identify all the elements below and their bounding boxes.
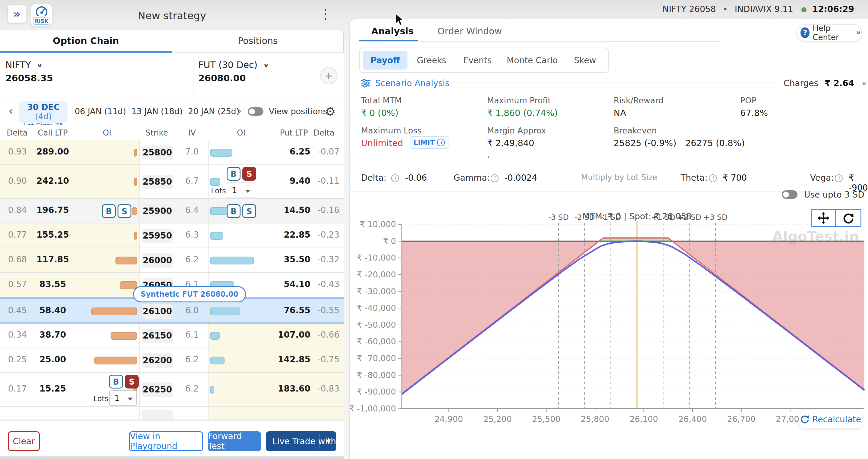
put-ltp[interactable]: 9.40 bbox=[265, 176, 310, 186]
option-row[interactable] bbox=[0, 406, 344, 420]
call-ltp[interactable]: 242.10 bbox=[32, 176, 74, 186]
charges[interactable]: Charges ₹ 2.64 ∨ bbox=[784, 78, 867, 88]
expiry-tab[interactable]: 06 JAN (11d) bbox=[75, 107, 126, 116]
limit-chip[interactable]: LIMIT i bbox=[410, 136, 448, 149]
put-ltp[interactable]: 35.50 bbox=[265, 255, 310, 264]
strike-chip[interactable]: 26100 bbox=[142, 304, 173, 319]
strike-chip[interactable]: 26000 bbox=[142, 253, 173, 268]
call-buy-chip[interactable]: B bbox=[102, 204, 116, 218]
option-row[interactable]: 0.2525.00262006.2142.85-0.75 bbox=[0, 348, 344, 373]
subtab-payoff[interactable]: Payoff bbox=[363, 51, 407, 70]
use-3sd-label: Use upto 3 SD bbox=[804, 190, 864, 200]
divider bbox=[139, 224, 140, 248]
call-ltp[interactable]: 25.00 bbox=[32, 355, 74, 364]
info-icon[interactable]: i bbox=[391, 173, 399, 183]
add-instrument-button[interactable]: + bbox=[320, 67, 338, 84]
info-icon[interactable]: i bbox=[709, 173, 717, 183]
put-ltp[interactable]: 14.50 bbox=[265, 205, 310, 215]
next-expiry-icon[interactable]: › bbox=[237, 105, 242, 117]
call-sell-chip[interactable]: S bbox=[118, 204, 131, 218]
option-row[interactable]: 0.77155.25259506.322.85-0.23 bbox=[0, 224, 344, 248]
put-ltp[interactable]: 6.25 bbox=[265, 147, 310, 157]
symbol-select[interactable]: NIFTY ∨ bbox=[5, 60, 42, 70]
call-oi-bar bbox=[132, 207, 137, 215]
option-row[interactable]: 0.84196.75259006.414.50-0.16BSBS bbox=[0, 199, 344, 224]
strike-chip[interactable]: 25850 bbox=[142, 175, 173, 189]
info-icon[interactable]: i bbox=[835, 173, 843, 183]
put-ltp[interactable]: 22.85 bbox=[265, 230, 310, 240]
strike-chip[interactable]: 26250 bbox=[142, 383, 173, 397]
call-ltp[interactable]: 15.25 bbox=[32, 384, 74, 394]
scenario-analysis-link[interactable]: Scenario Analysis bbox=[361, 78, 450, 88]
call-ltp[interactable]: 196.75 bbox=[32, 205, 74, 215]
tab-positions[interactable]: Positions bbox=[172, 29, 344, 53]
put-ltp[interactable]: 183.60 bbox=[265, 384, 310, 394]
strategy-menu-icon[interactable]: ⋮ bbox=[319, 7, 332, 21]
info-icon[interactable]: i bbox=[491, 173, 498, 183]
reset-chart-button[interactable] bbox=[836, 209, 861, 227]
call-oi-bar bbox=[116, 257, 137, 264]
call-ltp[interactable]: 58.40 bbox=[32, 305, 74, 315]
future-select[interactable]: FUT (30 Dec) ∨ bbox=[198, 60, 269, 70]
call-ltp[interactable]: 289.00 bbox=[32, 147, 74, 157]
tab-order-window[interactable]: Order Window bbox=[438, 26, 502, 36]
call-buy-chip[interactable]: B bbox=[109, 375, 123, 389]
expiry-tab-active[interactable]: 30 DEC (4d) Lot Size: 75 bbox=[19, 101, 67, 123]
y-tick-label: ₹ -60,000 bbox=[357, 337, 396, 346]
call-ltp[interactable]: 83.55 bbox=[32, 279, 74, 289]
put-sell-chip[interactable]: S bbox=[242, 167, 256, 181]
help-center-button[interactable]: ? Help Center ∨ bbox=[796, 24, 862, 41]
expiry-tab[interactable]: 13 JAN (18d) bbox=[131, 107, 183, 116]
put-ltp[interactable]: 54.10 bbox=[265, 279, 310, 289]
lots-select[interactable]: 1 bbox=[227, 183, 254, 198]
lots-select[interactable]: 1 bbox=[109, 390, 137, 406]
put-delta: -0.07 bbox=[313, 147, 344, 157]
view-in-playground-button[interactable]: View in Playground bbox=[129, 431, 203, 451]
view-positions-toggle[interactable] bbox=[248, 107, 264, 116]
gear-icon[interactable]: ⚙ bbox=[325, 105, 336, 118]
x-tick-label: 24,900 bbox=[435, 415, 463, 424]
put-ltp[interactable]: 107.00 bbox=[265, 330, 310, 340]
algotest-strategy-app: » RISK New strategy ⋮ Option Chain Posit… bbox=[0, 0, 868, 459]
expiry-tab[interactable]: 20 JAN (25d) bbox=[188, 107, 239, 116]
option-row[interactable]: 0.3438.70261506.1107.00-0.66 bbox=[0, 324, 344, 348]
option-row[interactable]: 0.1715.25262506.2183.60-0.83BSLots1 bbox=[0, 373, 344, 406]
strike-chip[interactable]: 25800 bbox=[142, 145, 173, 160]
subtab-skew[interactable]: Skew bbox=[568, 48, 601, 72]
put-buy-chip[interactable]: B bbox=[227, 167, 241, 181]
option-row[interactable]: 0.90242.10258506.79.40-0.11BSLots1 bbox=[0, 165, 344, 199]
tab-analysis[interactable]: Analysis bbox=[371, 26, 414, 36]
subtab-events[interactable]: Events bbox=[459, 48, 495, 72]
payoff-chart[interactable]: ₹ 10,000₹ 0₹ -10,000₹ -20,000₹ -30,000₹ … bbox=[349, 211, 868, 434]
strike-chip[interactable]: 25950 bbox=[142, 229, 173, 243]
expiry-row: ‹ 30 DEC (4d) Lot Size: 75 06 JAN (11d) … bbox=[0, 98, 344, 125]
call-ltp[interactable]: 38.70 bbox=[32, 330, 74, 340]
put-ltp[interactable]: 142.85 bbox=[265, 355, 310, 364]
pan-chart-button[interactable] bbox=[811, 209, 836, 227]
put-ltp[interactable]: 76.55 bbox=[265, 305, 310, 315]
prev-expiry-icon[interactable]: ‹ bbox=[8, 105, 13, 117]
strike-chip[interactable]: 25900 bbox=[142, 204, 173, 218]
put-sell-chip[interactable]: S bbox=[242, 204, 256, 218]
use-3sd-toggle[interactable] bbox=[782, 190, 798, 199]
call-ltp[interactable]: 155.25 bbox=[32, 230, 74, 240]
option-row[interactable]: 0.68117.85260006.235.50-0.32 bbox=[0, 248, 344, 273]
strike-chip[interactable] bbox=[142, 409, 173, 420]
put-buy-chip[interactable]: B bbox=[227, 204, 241, 218]
forward-test-button[interactable]: Forward Test bbox=[208, 431, 261, 451]
subtab-monte-carlo[interactable]: Monte Carlo bbox=[505, 48, 559, 72]
live-trade-button[interactable]: Live Trade with ∨ bbox=[266, 431, 336, 451]
gamma-label: Gamma: bbox=[454, 173, 490, 183]
scrollbar-track[interactable] bbox=[0, 456, 344, 459]
recalculate-button[interactable]: Recalculate bbox=[799, 410, 862, 428]
clear-button[interactable]: Clear bbox=[8, 431, 40, 451]
option-row[interactable]: 0.93289.00258007.06.25-0.07 bbox=[0, 140, 344, 165]
divider bbox=[319, 434, 319, 449]
tab-option-chain[interactable]: Option Chain bbox=[0, 29, 172, 53]
strike-chip[interactable]: 26150 bbox=[142, 329, 173, 343]
strike-chip[interactable]: 26200 bbox=[142, 353, 173, 368]
max-loss-label: Maximum Loss bbox=[361, 126, 422, 135]
call-ltp[interactable]: 117.85 bbox=[32, 255, 74, 264]
subtab-greeks[interactable]: Greeks bbox=[413, 48, 450, 72]
call-sell-chip[interactable]: S bbox=[125, 375, 138, 389]
